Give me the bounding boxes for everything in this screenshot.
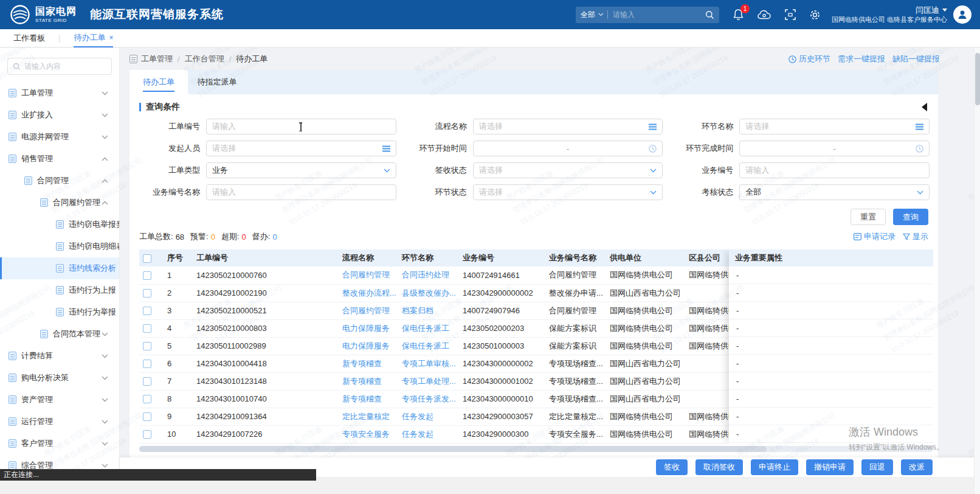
sidebar-item-2[interactable]: 电源并网管理 bbox=[0, 126, 119, 148]
cell-step[interactable]: 任务发起 bbox=[398, 408, 459, 425]
field-control-0[interactable]: 请输入 bbox=[206, 119, 396, 134]
field-control-6[interactable]: 业务 bbox=[206, 162, 396, 178]
table-row[interactable]: 11423050210000760合同履约管理合同违约处理14007249146… bbox=[139, 266, 737, 284]
table-row[interactable]: 31423050210000521合同履约管理档案归档1400724907946… bbox=[139, 302, 737, 319]
footer-button-1[interactable]: 取消签收 bbox=[695, 459, 743, 475]
sidebar-item-7[interactable]: 违约窃电明细表 bbox=[0, 235, 119, 257]
chevron-down-icon[interactable] bbox=[384, 169, 390, 173]
scrollbar-thumb[interactable] bbox=[975, 53, 980, 105]
display-filter-link[interactable]: 显示 bbox=[903, 231, 928, 242]
apply-record-link[interactable]: 申请记录 bbox=[854, 231, 895, 242]
table-row[interactable]: 91423042910091364定比定量核定任务发起1423042900003… bbox=[139, 408, 737, 425]
sidebar-item-13[interactable]: 购电分析决策 bbox=[0, 367, 119, 389]
cell-process[interactable]: 合同履约管理 bbox=[339, 302, 398, 319]
search-input[interactable]: 请输入 bbox=[613, 10, 705, 20]
chevron-down-icon[interactable] bbox=[650, 190, 657, 195]
breadcrumb-item-2[interactable]: 待办工单 bbox=[236, 54, 267, 64]
cell-step[interactable]: 专项任务派发... bbox=[398, 390, 459, 408]
field-control-10[interactable]: 请选择 bbox=[473, 184, 663, 200]
row-checkbox[interactable] bbox=[143, 342, 151, 350]
tab-pending-worklist[interactable]: 待办工单 bbox=[129, 70, 188, 94]
horizontal-scrollbar[interactable] bbox=[139, 446, 933, 452]
table-row[interactable]: 81423043010010740新专项稽查专项任务派发...142304300… bbox=[139, 390, 737, 408]
search-icon[interactable] bbox=[705, 10, 714, 19]
avatar[interactable] bbox=[953, 5, 971, 24]
notifications-button[interactable]: 1 bbox=[733, 9, 744, 21]
search-scope-select[interactable]: 全部 bbox=[581, 10, 595, 20]
sidebar-item-4[interactable]: 合同管理 bbox=[0, 170, 119, 192]
row-checkbox[interactable] bbox=[143, 412, 151, 421]
sidebar-search-input[interactable]: 请输入内容 bbox=[7, 58, 112, 75]
row-checkbox[interactable] bbox=[143, 271, 151, 280]
quick-link-1[interactable]: 需求一键提报 bbox=[838, 54, 885, 64]
table-row[interactable]: 61423043010004418新专项稽查专项工单审核...142304300… bbox=[139, 355, 737, 372]
quick-link-2[interactable]: 缺陷一键提报 bbox=[892, 54, 940, 64]
sidebar-item-15[interactable]: 运行管理 bbox=[0, 411, 119, 433]
row-checkbox[interactable] bbox=[143, 289, 151, 297]
table-row[interactable]: 10142304291007226专项安全服务任务发起1423042900003… bbox=[139, 425, 737, 443]
row-checkbox[interactable] bbox=[143, 377, 151, 386]
scrollbar-thumb[interactable] bbox=[139, 446, 767, 452]
select-all-checkbox[interactable] bbox=[143, 254, 151, 263]
table-row[interactable]: 71423043010123148新专项稽查专项工单处理...142304300… bbox=[139, 372, 737, 390]
footer-button-5[interactable]: 改派 bbox=[901, 459, 933, 475]
field-control-7[interactable]: 请选择 bbox=[473, 162, 663, 178]
footer-button-2[interactable]: 申请终止 bbox=[751, 459, 798, 475]
footer-button-4[interactable]: 回退 bbox=[861, 459, 893, 475]
cell-process[interactable]: 电力保障服务 bbox=[339, 337, 398, 355]
cell-step[interactable]: 保电任务派工 bbox=[398, 319, 459, 337]
chevron-down-icon[interactable] bbox=[650, 169, 657, 173]
sidebar-item-6[interactable]: 违约窃电举报奖励 bbox=[0, 214, 119, 235]
footer-button-3[interactable]: 撤销申请 bbox=[806, 459, 854, 475]
sidebar-item-5[interactable]: 合同履约管理 bbox=[0, 192, 119, 214]
sidebar-item-12[interactable]: 计费结算 bbox=[0, 345, 119, 367]
collapse-panel-icon[interactable] bbox=[922, 103, 927, 111]
search-button[interactable]: 查询 bbox=[893, 209, 928, 225]
breadcrumb-item-0[interactable]: 工单管理 bbox=[141, 54, 173, 64]
field-control-1[interactable]: 请选择 bbox=[473, 119, 663, 134]
cell-step[interactable]: 专项工单审核... bbox=[398, 355, 459, 372]
settings-button[interactable] bbox=[809, 9, 821, 21]
field-control-5[interactable]: - bbox=[739, 141, 930, 156]
list-picker-icon[interactable] bbox=[916, 124, 923, 130]
row-checkbox[interactable] bbox=[143, 360, 151, 368]
cell-process[interactable]: 整改催办流程... bbox=[339, 284, 398, 302]
global-search[interactable]: 全部 请输入 bbox=[576, 7, 719, 23]
vertical-scrollbar[interactable] bbox=[974, 48, 980, 494]
tab-awaiting-dispatch[interactable]: 待指定派单 bbox=[188, 70, 246, 94]
breadcrumb-item-1[interactable]: 工作台管理 bbox=[185, 54, 224, 64]
chevron-down-icon[interactable] bbox=[917, 190, 923, 195]
tab-pending-orders[interactable]: 待办工单 × bbox=[74, 29, 113, 47]
row-checkbox[interactable] bbox=[143, 430, 151, 439]
cell-process[interactable]: 电力保障服务 bbox=[339, 319, 398, 337]
fullscreen-button[interactable] bbox=[785, 9, 796, 20]
field-control-4[interactable]: - bbox=[473, 141, 663, 156]
sidebar-item-8[interactable]: 违约线索分析 bbox=[0, 257, 119, 279]
footer-button-0[interactable]: 签收 bbox=[656, 459, 688, 475]
field-control-9[interactable]: 请输入 bbox=[206, 184, 396, 200]
cell-process[interactable]: 新专项稽查 bbox=[339, 372, 398, 390]
table-row[interactable]: 21423042910002190整改催办流程...县级整改催办...14230… bbox=[139, 284, 737, 302]
row-checkbox[interactable] bbox=[143, 307, 151, 315]
cell-step[interactable]: 合同违约处理 bbox=[398, 266, 459, 284]
sidebar-item-10[interactable]: 违约行为举报 bbox=[0, 301, 119, 323]
reset-button[interactable]: 重置 bbox=[851, 209, 886, 225]
field-control-11[interactable]: 全部 bbox=[739, 184, 930, 200]
row-checkbox[interactable] bbox=[143, 324, 151, 333]
sidebar-item-16[interactable]: 客户管理 bbox=[0, 433, 119, 454]
row-checkbox[interactable] bbox=[143, 395, 151, 403]
cell-step[interactable]: 保电任务派工 bbox=[398, 337, 459, 355]
tab-workboard[interactable]: 工作看板 bbox=[13, 29, 45, 47]
cell-process[interactable]: 定比定量核定 bbox=[339, 408, 398, 425]
sidebar-item-11[interactable]: 合同范本管理 bbox=[0, 323, 119, 345]
cloud-button[interactable] bbox=[757, 9, 771, 20]
table-row[interactable]: 51423050110002989电力保障服务保电任务派工14230501000… bbox=[139, 337, 737, 355]
sidebar-item-0[interactable]: 工单管理 bbox=[0, 82, 119, 104]
sidebar-item-1[interactable]: 业扩接入 bbox=[0, 104, 119, 126]
close-icon[interactable]: × bbox=[109, 33, 113, 42]
cell-process[interactable]: 新专项稽查 bbox=[339, 390, 398, 408]
cell-step[interactable]: 任务发起 bbox=[398, 425, 459, 443]
list-picker-icon[interactable] bbox=[382, 145, 390, 152]
cell-step[interactable]: 专项工单处理... bbox=[398, 372, 459, 390]
cell-step[interactable]: 档案归档 bbox=[398, 302, 459, 319]
